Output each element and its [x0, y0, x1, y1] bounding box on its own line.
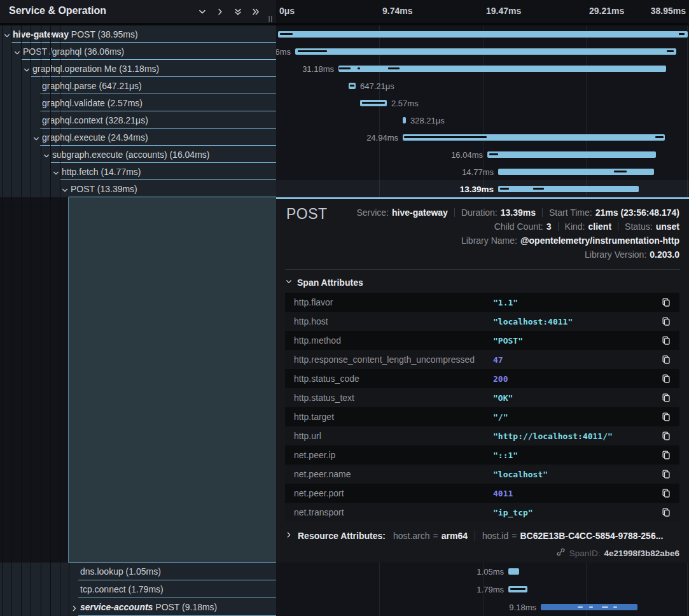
- chevron-down-icon[interactable]: [23, 65, 31, 73]
- span-tree-cell[interactable]: subgraph.execute (accounts) (16.04ms): [0, 146, 276, 163]
- span-bar[interactable]: [338, 66, 666, 72]
- span-bar-cell[interactable]: 13.39ms: [276, 180, 689, 197]
- double-chevron-right-icon[interactable]: [251, 6, 261, 17]
- selected-span-expansion-area[interactable]: [68, 197, 276, 563]
- copy-icon[interactable]: [661, 488, 671, 498]
- chevron-right-icon[interactable]: [216, 6, 226, 17]
- span-row[interactable]: POST (13.39ms)13.39ms: [0, 180, 689, 197]
- copy-icon[interactable]: [661, 507, 671, 517]
- span-row[interactable]: tcp.connect (1.79ms)1.79ms: [0, 580, 689, 598]
- span-bar-cell[interactable]: 2.57ms: [276, 94, 689, 111]
- attribute-row[interactable]: net.peer.name"localhost": [285, 465, 679, 484]
- span-bar-cell[interactable]: 16.04ms: [276, 146, 689, 163]
- attribute-row[interactable]: http.flavor"1.1": [285, 293, 679, 312]
- span-bar-cell[interactable]: 9.18ms: [276, 598, 689, 616]
- span-tree-cell[interactable]: graphql.context (328.21μs): [0, 111, 276, 129]
- attribute-row[interactable]: http.status_text"OK": [285, 388, 679, 407]
- copy-icon[interactable]: [661, 316, 671, 326]
- span-row[interactable]: graphql.parse (647.21μs)647.21μs: [0, 77, 689, 94]
- chevron-down-icon[interactable]: [32, 134, 40, 141]
- span-row[interactable]: graphql.operation Me (31.18ms)31.18ms: [0, 60, 689, 77]
- bar-self-time-marker: [489, 153, 498, 155]
- span-tree-cell[interactable]: dns.lookup (1.05ms): [0, 563, 276, 580]
- span-row[interactable]: service-accounts POST (9.18ms)9.18ms: [0, 598, 689, 616]
- span-bar-cell[interactable]: 1.05ms: [276, 563, 689, 580]
- chevron-down-icon[interactable]: [43, 151, 50, 158]
- copy-icon[interactable]: [661, 354, 671, 365]
- span-tree-cell[interactable]: hive-gateway POST (38.95ms): [0, 25, 276, 43]
- span-bar-cell[interactable]: 36.06ms: [276, 43, 689, 60]
- span-row[interactable]: graphql.execute (24.94ms)24.94ms: [0, 129, 689, 146]
- span-tree-cell[interactable]: http.fetch (14.77ms): [0, 163, 276, 180]
- attribute-row[interactable]: net.peer.port4011: [285, 484, 679, 503]
- span-attributes-header[interactable]: Span Attributes: [285, 277, 689, 288]
- span-row[interactable]: dns.lookup (1.05ms)1.05ms: [0, 563, 689, 580]
- span-bar-cell[interactable]: 24.94ms: [276, 129, 689, 146]
- chevron-down-icon[interactable]: [13, 48, 21, 55]
- chevron-right-icon: [285, 531, 298, 541]
- chevron-right-icon[interactable]: [71, 603, 78, 611]
- copy-icon[interactable]: [661, 374, 671, 384]
- span-tree-cell[interactable]: graphql.validate (2.57ms): [0, 94, 276, 111]
- panel-resize-handle[interactable]: ||: [268, 15, 273, 22]
- copy-icon[interactable]: [661, 431, 671, 441]
- attribute-value: 47: [493, 355, 503, 365]
- span-bar[interactable]: [403, 134, 665, 141]
- span-tree-cell[interactable]: graphql.execute (24.94ms): [0, 129, 276, 146]
- chevron-down-icon[interactable]: [52, 168, 60, 176]
- span-bar-cell[interactable]: 14.77ms: [276, 163, 689, 180]
- attribute-row[interactable]: net.transport"ip_tcp": [285, 503, 679, 522]
- copy-icon[interactable]: [661, 297, 671, 307]
- resource-attributes-row[interactable]: Resource Attributes: host.arch=arm64host…: [285, 531, 679, 541]
- span-attributes-title: Span Attributes: [297, 277, 363, 288]
- span-tree-cell[interactable]: graphql.parse (647.21μs): [0, 77, 276, 94]
- span-row[interactable]: graphql.context (328.21μs)328.21μs: [0, 111, 689, 129]
- span-bar[interactable]: [508, 568, 519, 575]
- chevron-down-icon[interactable]: [198, 6, 208, 17]
- span-bar-cell[interactable]: 31.18ms: [276, 60, 689, 77]
- span-bar[interactable]: [295, 48, 676, 55]
- span-tree-cell[interactable]: service-accounts POST (9.18ms): [0, 598, 276, 616]
- span-row[interactable]: hive-gateway POST (38.95ms)38.95ms: [0, 25, 689, 43]
- span-bar[interactable]: [498, 186, 639, 192]
- attribute-row[interactable]: http.url"http://localhost:4011/": [285, 426, 679, 445]
- attribute-row[interactable]: http.target"/": [285, 407, 679, 426]
- span-bar[interactable]: [508, 586, 527, 592]
- copy-icon[interactable]: [661, 335, 671, 346]
- span-bar[interactable]: [498, 169, 654, 175]
- span-bar[interactable]: [541, 604, 637, 610]
- detail-divider: [285, 269, 680, 270]
- span-row[interactable]: POST /graphql (36.06ms)36.06ms: [0, 43, 689, 60]
- span-id-value: 4e21998f3b82abe6: [604, 549, 679, 558]
- copy-icon[interactable]: [661, 450, 671, 460]
- chevron-down-icon[interactable]: [3, 31, 11, 38]
- span-tree-cell[interactable]: tcp.connect (1.79ms): [0, 580, 276, 598]
- attribute-row[interactable]: http.host"localhost:4011": [285, 312, 679, 331]
- attribute-row[interactable]: http.status_code200: [285, 369, 679, 388]
- span-bar-cell[interactable]: 38.95ms: [276, 25, 689, 43]
- span-bar-cell[interactable]: 1.79ms: [276, 580, 689, 598]
- copy-icon[interactable]: [661, 412, 671, 422]
- copy-icon[interactable]: [661, 469, 671, 479]
- span-tree-cell[interactable]: POST (13.39ms): [0, 180, 276, 197]
- attribute-row[interactable]: http.response_content_length_uncompresse…: [285, 350, 679, 369]
- span-bar[interactable]: [349, 83, 356, 89]
- attribute-row[interactable]: net.peer.ip"::1": [285, 445, 679, 465]
- span-bar[interactable]: [403, 117, 406, 123]
- resource-equals: =: [433, 531, 438, 541]
- span-tree-cell[interactable]: POST /graphql (36.06ms): [0, 43, 276, 60]
- span-row[interactable]: graphql.validate (2.57ms)2.57ms: [0, 94, 689, 111]
- span-bar[interactable]: [487, 151, 656, 158]
- span-bar-cell[interactable]: 328.21μs: [276, 111, 689, 129]
- span-row[interactable]: subgraph.execute (accounts) (16.04ms)16.…: [0, 146, 689, 163]
- span-bar-cell[interactable]: 647.21μs: [276, 77, 689, 94]
- double-chevron-down-icon[interactable]: [233, 6, 244, 17]
- span-bar[interactable]: [278, 31, 688, 38]
- span-row[interactable]: http.fetch (14.77ms)14.77ms: [0, 163, 689, 180]
- attribute-row[interactable]: http.method"POST": [285, 331, 679, 350]
- span-tree-cell[interactable]: graphql.operation Me (31.18ms): [0, 60, 276, 77]
- span-id-row[interactable]: SpanID: 4e21998f3b82abe6: [276, 547, 679, 559]
- chevron-down-icon[interactable]: [61, 185, 69, 193]
- span-bar[interactable]: [360, 100, 387, 106]
- copy-icon[interactable]: [661, 393, 671, 403]
